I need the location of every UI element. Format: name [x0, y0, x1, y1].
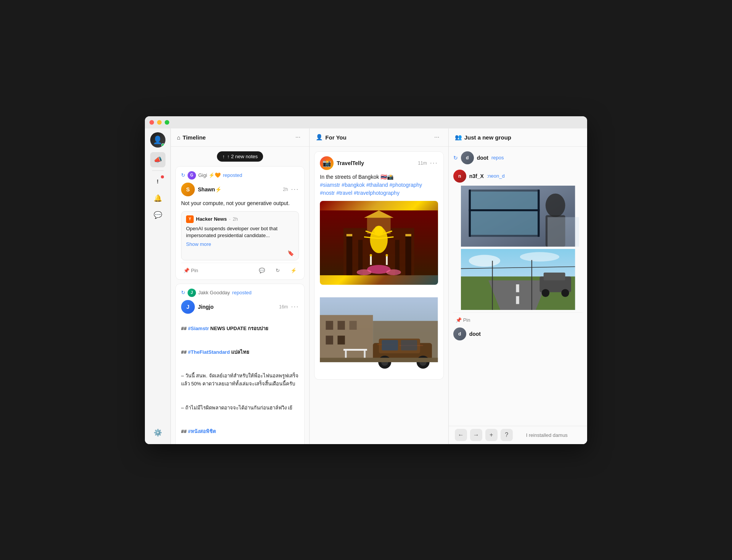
- svg-rect-29: [326, 335, 333, 344]
- post-body: Not your compute, not your generative ou…: [181, 199, 299, 207]
- jingjo-avatar: J: [181, 300, 195, 314]
- post-more-button-2[interactable]: ···: [291, 303, 299, 311]
- post-time: 2h: [283, 187, 288, 192]
- comment-icon: 💬: [259, 268, 265, 273]
- timeline-menu-button[interactable]: ···: [292, 132, 303, 143]
- zap-button[interactable]: ⚡: [288, 266, 299, 275]
- svg-rect-50: [469, 209, 539, 211]
- post-header-2: J Jingjo 16m ···: [181, 300, 299, 314]
- thai-temple-image: [320, 201, 438, 285]
- sidebar-item-alert[interactable]: !: [150, 174, 165, 189]
- repost-header: ↻ G Gigi ⚡🧡 reposted: [181, 171, 299, 180]
- svg-rect-31: [344, 349, 367, 351]
- sidebar-item-notifications[interactable]: 🔔: [150, 191, 165, 206]
- traveltelly-body: In the streets of Bangkok 🇹🇭📸 #siamstr #…: [320, 173, 438, 197]
- comment-button[interactable]: 💬: [257, 266, 267, 275]
- refresh-icon: ↻: [453, 155, 458, 161]
- n3f-name: n3f_X: [469, 173, 484, 179]
- svg-rect-26: [326, 321, 333, 329]
- svg-rect-48: [469, 189, 470, 237]
- group-content: ↻ d doot repos n n3f_X :neon_d: [449, 147, 587, 426]
- message-icon: 💬: [154, 211, 162, 219]
- post-meta-2: Jingjo: [198, 304, 276, 310]
- repost-icon: ↻: [181, 172, 185, 178]
- timeline-content: ↑ ↑ 2 new notes ↻ G Gigi ⚡🧡 reposted: [171, 147, 309, 444]
- back-button[interactable]: ←: [455, 429, 467, 441]
- svg-point-64: [520, 252, 559, 262]
- doot-repost-row: ↻ d doot repos: [453, 151, 583, 164]
- group-title: Just a new group: [464, 134, 511, 141]
- megaphone-icon: 📣: [154, 156, 162, 164]
- svg-rect-32: [345, 350, 347, 358]
- sidebar-item-settings[interactable]: ⚙️: [150, 425, 165, 440]
- help-button[interactable]: ?: [501, 429, 513, 441]
- for-you-title: 👤 For You: [316, 134, 431, 141]
- group-header: 👥 Just a new group: [449, 128, 587, 147]
- group-pin-button[interactable]: 📌 Pin: [453, 316, 473, 324]
- repost-button[interactable]: ↻: [273, 266, 282, 275]
- post-author: Shawn⚡: [198, 186, 280, 193]
- n3f-row: n n3f_X :neon_d: [453, 167, 583, 186]
- svg-rect-49: [538, 189, 539, 237]
- sidebar-item-messages[interactable]: 💬: [150, 207, 165, 223]
- svg-rect-21: [347, 234, 352, 236]
- svg-rect-11: [406, 234, 411, 275]
- group-column: 👥 Just a new group ↻ d doot repos: [449, 128, 587, 444]
- pin-icon: 📌: [183, 268, 189, 273]
- columns-container: ⌂ Timeline ··· ↑ ↑ 2 new notes ↻: [171, 128, 587, 444]
- svg-rect-58: [516, 296, 519, 304]
- repost-icon-2: ↻: [181, 290, 185, 295]
- hackernews-logo: Y: [186, 215, 194, 223]
- add-button[interactable]: +: [485, 429, 498, 441]
- alert-icon: !: [157, 178, 159, 185]
- traveltelly-header-right: 11m ···: [418, 159, 438, 167]
- svg-rect-53: [547, 217, 579, 246]
- for-you-menu-button[interactable]: ···: [432, 132, 442, 143]
- doot-repost-label: repos: [491, 155, 504, 160]
- gigi-avatar: G: [188, 171, 196, 180]
- n3f-label: :neon_d: [487, 173, 505, 179]
- ruined-car-image: [320, 288, 438, 372]
- svg-point-18: [370, 254, 372, 256]
- svg-point-63: [469, 255, 500, 266]
- settings-icon: ⚙️: [154, 428, 162, 437]
- shawn-avatar: S: [181, 183, 195, 196]
- svg-point-61: [541, 289, 549, 297]
- doot-post-author: doot: [469, 331, 481, 337]
- post-header: S Shawn⚡ 2h ···: [181, 183, 299, 196]
- bell-icon: 🔔: [154, 194, 162, 202]
- svg-rect-43: [401, 340, 417, 350]
- minimize-button[interactable]: [157, 120, 162, 125]
- new-notes-toast[interactable]: ↑ ↑ 2 new notes: [217, 151, 263, 162]
- pin-button[interactable]: 📌 Pin: [181, 266, 201, 275]
- hashtags: #siamstr #bangkok #thailand #photography…: [320, 182, 422, 196]
- timeline-title: ⌂ Timeline: [177, 134, 292, 141]
- maximize-button[interactable]: [165, 120, 169, 125]
- post-more-button[interactable]: ···: [291, 185, 299, 193]
- person-icon: 👤: [316, 134, 323, 141]
- svg-rect-42: [382, 340, 398, 350]
- traveltelly-time: 11m: [418, 160, 427, 166]
- svg-point-16: [386, 269, 401, 275]
- temple-img-placeholder: [320, 201, 438, 285]
- quote-actions: 🔖: [186, 250, 294, 256]
- group-icon: 👥: [455, 134, 462, 141]
- show-more-link[interactable]: Show more: [186, 241, 294, 247]
- quote-card: Y Hacker News · 2h OpenAI suspends devel…: [181, 211, 299, 260]
- traveltelly-more-button[interactable]: ···: [430, 159, 438, 167]
- user-avatar[interactable]: 👤: [150, 132, 165, 148]
- sidebar-item-megaphone[interactable]: 📣: [150, 152, 165, 167]
- repost-action-icon: ↻: [276, 268, 280, 273]
- svg-point-15: [357, 269, 372, 275]
- close-button[interactable]: [149, 120, 154, 125]
- doot-post-row: d doot: [453, 327, 583, 340]
- forward-button[interactable]: →: [470, 429, 482, 441]
- svg-rect-57: [516, 284, 519, 292]
- pin-icon-2: 📌: [456, 317, 462, 323]
- bookmark-icon[interactable]: 🔖: [287, 250, 294, 256]
- post-card: ↻ G Gigi ⚡🧡 reposted S: [175, 166, 305, 280]
- group-bottom-bar: ← → + ? I reinstalled damus: [449, 426, 587, 444]
- group-pin-action: 📌 Pin: [453, 312, 583, 324]
- quote-text: OpenAI suspends developer over bot that …: [186, 225, 294, 239]
- svg-rect-33: [364, 350, 366, 358]
